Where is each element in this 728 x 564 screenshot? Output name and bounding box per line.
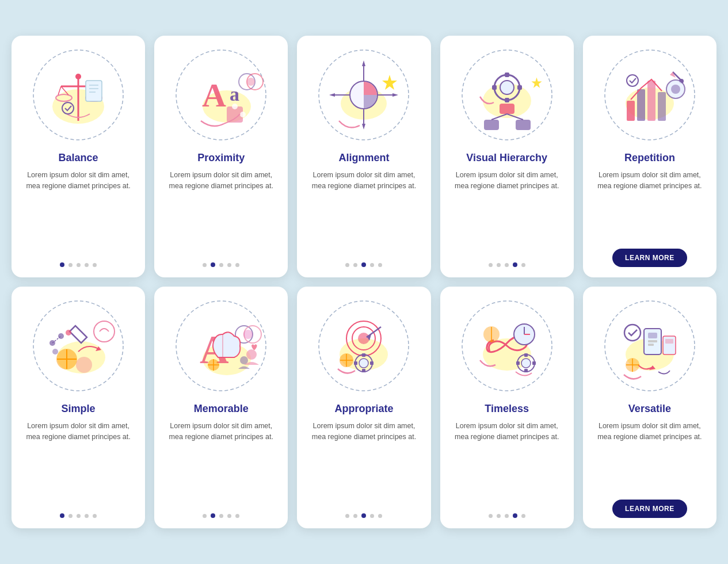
svg-marker-37 [382,75,397,90]
alignment-dots [345,262,382,267]
svg-rect-57 [658,92,666,121]
dot [227,514,231,518]
timeless-illustration [458,297,556,395]
card-repetition: Repetition Lorem ipsum dolor sit dim ame… [583,36,716,277]
dot [361,262,366,267]
timeless-title: Timeless [485,403,529,415]
svg-point-120 [624,325,641,341]
proximity-icon-area: A a [172,46,270,144]
card-balance: Balance Lorem ipsum dolor sit dim amet, … [12,36,145,277]
card-simple: Simple Lorem ipsum dolor sit dim amet, m… [12,287,145,528]
appropriate-title: Appropriate [334,403,393,415]
dot [219,514,223,518]
memorable-title: Memorable [194,403,249,415]
svg-line-6 [58,86,61,95]
dot [497,263,501,267]
svg-rect-98 [362,353,365,357]
dot [353,514,357,518]
svg-point-113 [521,359,531,368]
dot [219,263,223,267]
versatile-title: Versatile [628,403,671,415]
svg-rect-116 [516,361,520,365]
dot [77,263,81,267]
svg-rect-13 [86,81,102,101]
timeless-dots [489,513,525,518]
svg-marker-34 [362,60,365,66]
svg-rect-55 [637,89,645,121]
dot [505,514,509,518]
dot [489,263,493,267]
versatile-learn-more-button[interactable]: LEARN MORE [612,500,687,518]
svg-point-72 [76,357,92,373]
dot [85,263,89,267]
svg-line-76 [52,336,61,343]
svg-point-97 [359,359,368,368]
dot [60,262,64,267]
dot [60,513,64,518]
proximity-desc: Lorem ipsum dolor sit dim amet, mea regi… [163,170,279,254]
card-appropriate: Appropriate Lorem ipsum dolor sit dim am… [297,287,430,528]
svg-rect-115 [524,369,528,372]
balance-dots [60,262,97,267]
simple-icon-area [29,297,127,395]
svg-point-41 [500,81,514,94]
dot [513,513,517,518]
svg-rect-43 [505,98,509,102]
svg-point-87 [246,349,257,360]
card-memorable: A Memorable Lorem [154,287,288,528]
versatile-illustration [601,297,699,395]
svg-rect-42 [505,73,509,77]
dot [68,263,73,267]
svg-rect-126 [665,339,673,344]
svg-rect-46 [500,104,514,114]
card-proximity: A a Proximity Lorem ipsum dolor sit dim … [154,36,288,277]
simple-title: Simple [62,403,96,415]
versatile-desc: Lorem ipsum dolor sit dim amet, mea regi… [592,421,707,491]
alignment-title: Alignment [338,152,389,164]
cards-grid: Balance Lorem ipsum dolor sit dim amet, … [12,36,716,528]
svg-rect-47 [484,120,499,130]
repetition-icon-area [601,46,699,144]
memorable-icon-area: A [172,297,270,395]
visual-hierarchy-title: Visual Hierarchy [466,152,547,164]
svg-rect-56 [647,81,655,121]
svg-point-93 [358,333,369,344]
appropriate-dots [345,513,382,518]
dot [489,514,493,518]
dot [378,514,382,518]
appropriate-icon-area [315,297,413,395]
dot [93,514,97,518]
svg-text:A: A [202,77,226,114]
dot [227,263,231,267]
dot [68,514,73,518]
alignment-icon-area [315,46,413,144]
svg-point-75 [52,349,58,355]
repetition-desc: Lorem ipsum dolor sit dim amet, mea regi… [592,170,707,241]
svg-point-62 [671,85,680,94]
dot [77,514,81,518]
dot [85,514,89,518]
visual-hierarchy-desc: Lorem ipsum dolor sit dim amet, mea regi… [449,170,565,254]
dot [203,514,207,518]
dot [361,513,366,518]
memorable-illustration: A [172,297,270,395]
repetition-learn-more-button[interactable]: LEARN MORE [612,249,687,267]
svg-point-27 [247,78,255,86]
dot [235,263,239,267]
dot [353,263,357,267]
timeless-desc: Lorem ipsum dolor sit dim amet, mea regi… [449,421,565,505]
repetition-title: Repetition [624,152,675,164]
dot [345,263,349,267]
svg-marker-31 [329,93,335,97]
svg-marker-66 [70,326,87,343]
alignment-desc: Lorem ipsum dolor sit dim amet, mea regi… [306,170,421,254]
svg-point-83 [243,330,253,339]
svg-point-68 [94,321,115,342]
balance-desc: Lorem ipsum dolor sit dim amet, mea regi… [21,170,136,254]
svg-point-24 [240,112,246,117]
balance-icon-area [29,46,127,144]
svg-rect-54 [627,101,635,121]
visual-hierarchy-illustration [458,46,556,144]
svg-rect-114 [524,353,528,357]
svg-rect-101 [370,361,373,365]
